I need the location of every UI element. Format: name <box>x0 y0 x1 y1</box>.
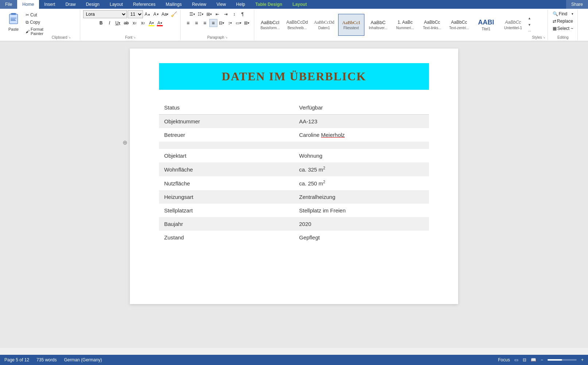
styles-scroll-down-button[interactable]: ▼ <box>527 22 532 28</box>
zoom-out-icon[interactable]: − <box>541 357 543 362</box>
line-spacing-button[interactable]: ↕▾ <box>226 19 234 27</box>
underline-button[interactable]: U▾ <box>114 19 122 27</box>
editing-group: 🔍 Find ▾ ⇄ Replace ▦ Select ~ Editing <box>549 9 578 40</box>
ribbon: File Home Insert Draw Design Layout Refe… <box>0 0 588 41</box>
change-case-button[interactable]: Aa▾ <box>161 10 169 18</box>
tab-view[interactable]: View <box>212 0 231 9</box>
bullets-button[interactable]: ☰▾ <box>188 10 196 18</box>
style-item-nummeri[interactable]: 1. AaBc Nummeri... <box>392 14 418 36</box>
ribbon-tabs: File Home Insert Draw Design Layout Refe… <box>0 0 588 9</box>
style-label: Text-zentri... <box>449 26 469 30</box>
decrease-font-button[interactable]: A▼ <box>152 10 160 18</box>
bold-button[interactable]: B <box>97 19 105 27</box>
font-family-select[interactable]: Lora <box>83 10 127 18</box>
align-center-button[interactable]: ≡ <box>193 19 201 27</box>
paste-button[interactable]: Paste <box>4 10 23 32</box>
tab-draw[interactable]: Draw <box>60 0 81 9</box>
layout-view-icon[interactable]: ▭ <box>514 357 518 362</box>
align-right-button[interactable]: ≡ <box>201 19 209 27</box>
tab-mailings[interactable]: Mailings <box>160 0 187 9</box>
show-marks-button[interactable]: ¶ <box>239 10 247 18</box>
tab-home[interactable]: Home <box>17 0 39 9</box>
zoom-in-icon[interactable]: + <box>581 357 584 362</box>
paste-label: Paste <box>8 27 19 31</box>
justify-button[interactable]: ≡ <box>209 19 217 27</box>
svg-rect-4 <box>11 19 15 20</box>
increase-indent-button[interactable]: ⇥ <box>222 10 230 18</box>
table-move-icon[interactable]: ⊕ <box>123 139 127 146</box>
increase-font-button[interactable]: A▲ <box>144 10 152 18</box>
superscript: 2 <box>323 180 325 184</box>
numbering-button[interactable]: ☷▾ <box>197 10 205 18</box>
table-row: Objektnummer AA-123 <box>159 115 429 128</box>
clear-format-button[interactable]: 🧹 <box>170 10 178 18</box>
paragraph-arrow-icon[interactable]: ↘ <box>225 36 228 39</box>
tab-layout2[interactable]: Layout <box>287 0 312 9</box>
styles-expand-button[interactable]: ⋯ <box>527 28 532 35</box>
font-size-select[interactable]: 11 <box>128 10 143 18</box>
select-button[interactable]: ▦ Select ~ <box>551 25 575 32</box>
column-break-button[interactable]: ⊟▾ <box>218 19 226 27</box>
clipboard-arrow-icon[interactable]: ↘ <box>68 36 71 39</box>
strikethrough-button[interactable]: ab <box>122 19 130 27</box>
align-left-button[interactable]: ≡ <box>184 19 192 27</box>
multilevel-button[interactable]: ⊞▾ <box>205 10 213 18</box>
decrease-indent-button[interactable]: ⇤ <box>213 10 221 18</box>
find-icon: 🔍 <box>553 11 558 16</box>
tab-table-design[interactable]: Table Design <box>250 0 287 9</box>
replace-icon: ⇄ <box>553 19 556 24</box>
styles-scroll-up-button[interactable]: ▲ <box>527 15 532 22</box>
tab-references[interactable]: References <box>128 0 160 9</box>
styles-arrow-icon[interactable]: ↘ <box>543 36 545 39</box>
replace-button[interactable]: ⇄ Replace <box>551 18 575 25</box>
borders-button[interactable]: ⊞▾ <box>243 19 251 27</box>
tab-insert[interactable]: Insert <box>39 0 60 9</box>
page-indicator: Page 5 of 12 <box>4 357 29 362</box>
read-view-icon[interactable]: 📖 <box>531 357 536 362</box>
font-arrow-icon[interactable]: ↘ <box>133 36 136 39</box>
font-color-button[interactable]: A▾ <box>156 19 164 27</box>
tab-review[interactable]: Review <box>187 0 211 9</box>
tab-layout[interactable]: Layout <box>105 0 128 9</box>
tab-file[interactable]: File <box>0 0 17 9</box>
style-preview: AaBbCcI <box>261 20 279 26</box>
table-cell-label: Heizungsart <box>159 190 294 204</box>
superscript-button[interactable]: x2 <box>139 19 147 27</box>
share-button[interactable]: Share <box>566 0 588 9</box>
style-item-titel1[interactable]: AABI Titel1 <box>473 14 499 36</box>
table-cell-value: Gepflegt <box>294 231 429 244</box>
find-button[interactable]: 🔍 Find ▾ <box>551 10 575 18</box>
para-row1: ☰▾ ☷▾ ⊞▾ ⇤ ⇥ ↕ ¶ <box>188 10 247 18</box>
tab-help[interactable]: Help <box>231 0 250 9</box>
style-label: Titel1 <box>482 27 491 31</box>
style-item-text-links[interactable]: AaBbCc Text-links... <box>419 14 445 36</box>
style-item-fliesstext[interactable]: AaBbCcI Fliesstext <box>338 14 364 36</box>
format-painter-button[interactable]: 🖌 Format Painter <box>24 26 45 36</box>
clipboard-group: Paste ✂ Cut ⧉ Copy 🖌 Format Painter <box>1 9 80 40</box>
table-row: Heizungsart Zentralheizung <box>159 190 429 204</box>
text-highlight-button[interactable]: A▾ <box>147 19 155 27</box>
table-cell-value: Caroline Meierholz <box>294 128 429 142</box>
italic-button[interactable]: I <box>105 19 113 27</box>
web-view-icon[interactable]: ⊟ <box>523 357 526 362</box>
replace-label: Replace <box>557 19 573 24</box>
copy-button[interactable]: ⧉ Copy <box>24 19 45 26</box>
cut-label: Cut <box>30 12 37 18</box>
subscript-button[interactable]: x2 <box>131 19 139 27</box>
style-item-beschreib[interactable]: AaBbCcDd Beschreib... <box>284 14 310 36</box>
paragraph-group: ☰▾ ☷▾ ⊞▾ ⇤ ⇥ ↕ ¶ ≡ ≡ ≡ ≡ ⊟▾ ↕▾ ▭▾ ⊞▾ Par… <box>181 9 254 40</box>
cut-button[interactable]: ✂ Cut <box>24 12 45 18</box>
style-item-daten1[interactable]: AaBbCcDd Daten1 <box>311 14 337 36</box>
ribbon-content: Paste ✂ Cut ⧉ Copy 🖌 Format Painter <box>0 9 588 41</box>
format-painter-label: Format Painter <box>31 27 43 36</box>
shading-button[interactable]: ▭▾ <box>235 19 243 27</box>
cut-icon: ✂ <box>26 12 29 18</box>
tab-design[interactable]: Design <box>81 0 104 9</box>
style-item-text-zentri[interactable]: AaBbCc Text-zentri... <box>446 14 472 36</box>
focus-button[interactable]: Focus <box>498 357 510 362</box>
style-label: Daten1 <box>318 26 330 30</box>
sort-button[interactable]: ↕ <box>230 10 238 18</box>
style-item-untertitel1[interactable]: AaBbCc Untertitel-1 <box>500 14 526 36</box>
style-item-inhaltsver[interactable]: AaBbC Inhaltsver... <box>365 14 391 36</box>
style-item-basisform[interactable]: AaBbCcI Basisform... <box>257 14 283 36</box>
